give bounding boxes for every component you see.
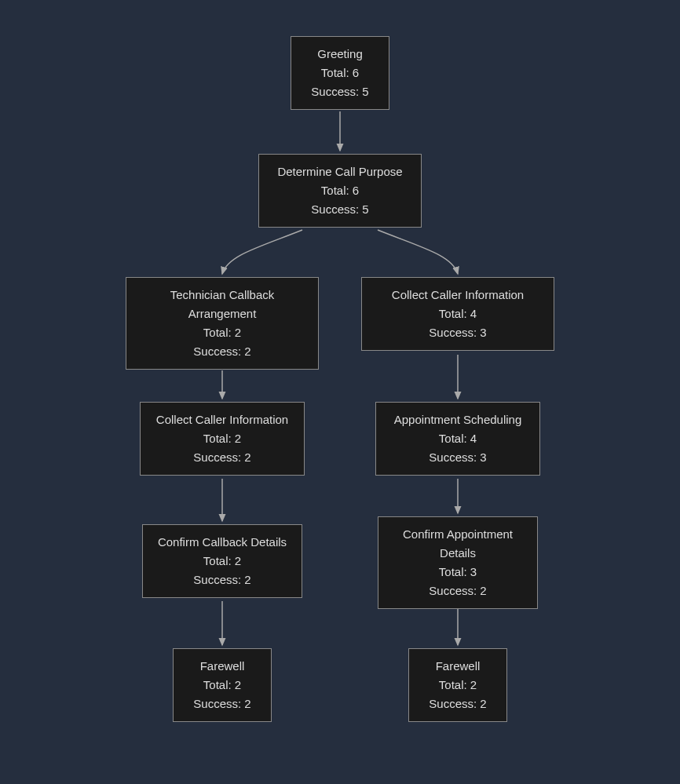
node-collect-caller-info-left: Collect Caller Information Total: 2 Succ…: [140, 402, 305, 476]
node-farewell-left: Farewell Total: 2 Success: 2: [173, 648, 272, 722]
node-appointment-scheduling: Appointment Scheduling Total: 4 Success:…: [375, 402, 540, 476]
node-success: Success: 5: [311, 82, 368, 101]
node-confirm-appointment: Confirm Appointment Details Total: 3 Suc…: [378, 516, 538, 609]
node-title: Collect Caller Information: [156, 410, 288, 429]
node-greeting: Greeting Total: 6 Success: 5: [291, 36, 389, 110]
node-total: Total: 2: [203, 676, 241, 695]
node-success: Success: 2: [193, 448, 250, 467]
node-total: Total: 2: [203, 552, 241, 571]
node-total: Total: 2: [439, 676, 477, 695]
flowchart-edges: [0, 0, 680, 784]
node-total: Total: 6: [321, 181, 359, 200]
node-total: Total: 4: [439, 429, 477, 448]
node-success: Success: 2: [429, 582, 486, 600]
node-title: Confirm Callback Details: [158, 533, 287, 552]
node-title: Appointment Scheduling: [394, 410, 522, 429]
node-title: Greeting: [317, 45, 363, 64]
node-confirm-callback: Confirm Callback Details Total: 2 Succes…: [142, 524, 302, 598]
node-success: Success: 5: [311, 200, 368, 219]
node-farewell-right: Farewell Total: 2 Success: 2: [408, 648, 507, 722]
node-determine-call-purpose: Determine Call Purpose Total: 6 Success:…: [258, 154, 422, 228]
node-title: Confirm Appointment Details: [393, 525, 523, 563]
node-total: Total: 4: [439, 304, 477, 323]
node-success: Success: 2: [193, 695, 250, 713]
node-title: Farewell: [200, 657, 245, 676]
node-collect-caller-info-right: Collect Caller Information Total: 4 Succ…: [361, 277, 554, 351]
node-total: Total: 2: [203, 323, 241, 342]
node-total: Total: 2: [203, 429, 241, 448]
node-success: Success: 3: [429, 323, 486, 342]
node-total: Total: 3: [439, 563, 477, 582]
node-success: Success: 2: [193, 571, 250, 589]
node-title: Collect Caller Information: [392, 286, 524, 304]
node-technician-callback: Technician Callback Arrangement Total: 2…: [126, 277, 319, 370]
node-title: Technician Callback Arrangement: [141, 286, 304, 323]
node-success: Success: 2: [193, 342, 250, 361]
node-success: Success: 2: [429, 695, 486, 713]
node-total: Total: 6: [321, 64, 359, 82]
node-title: Farewell: [436, 657, 481, 676]
node-title: Determine Call Purpose: [277, 162, 402, 181]
node-success: Success: 3: [429, 448, 486, 467]
